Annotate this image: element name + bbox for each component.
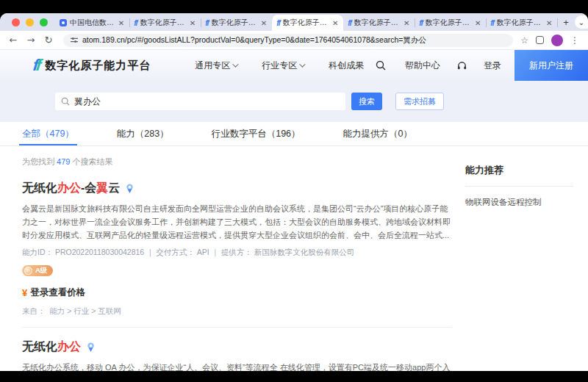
screen: 中国电信数字化原子 ✕ ff 数字化原子能力平台 ✕ ff 数字化原子能力平台 … <box>0 0 588 382</box>
chevron-down-icon <box>232 61 238 67</box>
maximize-window-button[interactable] <box>40 18 48 26</box>
site-title: 数字化原子能力平台 <box>45 59 151 73</box>
browser-tab[interactable]: ff 数字化原子能力平台 ✕ <box>129 15 201 31</box>
result-card: 无纸化办公 无纸化办公系统，移动 OA 办公，为保证企业“人、会议、资料”等流程… <box>22 328 452 371</box>
site-logo[interactable]: ff 数字化原子能力平台 <box>33 56 151 75</box>
tab-title: 数字化原子能力平台 <box>212 18 257 28</box>
browser-tab[interactable]: ff 数字化原子能力平台 ✕ <box>343 15 415 31</box>
site-favicon: ff <box>205 19 208 27</box>
close-tab-icon[interactable]: ✕ <box>260 19 268 27</box>
window-controls[interactable] <box>7 13 55 31</box>
result-title[interactable]: 无纸化办公-会翼云 <box>22 181 120 196</box>
results-column: 为您找到 479 个搜索结果 无纸化办公-会翼云 会翼云是新国脉文旅科技有限公司… <box>22 146 452 371</box>
close-tab-icon[interactable]: ✕ <box>331 19 339 27</box>
sidebar-item-iot-remote-control[interactable]: 物联网设备远程控制 <box>465 197 573 208</box>
browser-tab[interactable]: ff 数字化原子能力平台 ✕ <box>201 15 272 31</box>
tab-title: 数字化原子能力平台 <box>426 18 471 28</box>
price-row: ¥ 登录查看价格 <box>22 286 452 299</box>
results-summary: 为您找到 479 个搜索结果 <box>22 156 452 167</box>
browser-tab[interactable]: 中国电信数字化原子 ✕ <box>55 15 129 31</box>
close-tab-icon[interactable]: ✕ <box>545 19 553 27</box>
main-nav: 通用专区 行业专区 科创成果 <box>195 60 364 72</box>
logo-ff-icon: ff <box>32 56 40 75</box>
browser-toolbar: ← → ↻ atom.189.cn/pc/#/goodsListALL?prod… <box>0 31 588 50</box>
new-tab-button[interactable]: + <box>557 17 575 28</box>
result-title-row: 无纸化办公 <box>22 339 452 355</box>
medal-icon <box>24 267 32 275</box>
site-info-icon[interactable] <box>71 37 78 43</box>
tab-industry-platform[interactable]: 行业数字平台（196） <box>212 122 301 145</box>
search-query-text: 翼办公 <box>74 96 101 108</box>
demand-recruit-button[interactable]: 需求招募 <box>395 93 444 110</box>
site-favicon: ff <box>490 19 493 27</box>
site-favicon: ff <box>419 19 422 27</box>
result-category-tabs: 全部（479） 能力（283） 行业数字平台（196） 能力提供方（0） <box>0 122 588 146</box>
result-meta: 能力ID： PRO20220118030042816 ｜ 交付方式： API ｜… <box>22 248 452 258</box>
tab-title: 数字化原子能力平台 <box>283 18 329 28</box>
close-tab-icon[interactable]: ✕ <box>474 19 481 27</box>
browser-window: 中国电信数字化原子 ✕ ff 数字化原子能力平台 ✕ ff 数字化原子能力平台 … <box>0 13 588 371</box>
browser-tab-bar: 中国电信数字化原子 ✕ ff 数字化原子能力平台 ✕ ff 数字化原子能力平台 … <box>0 13 588 31</box>
tab-all[interactable]: 全部（479） <box>22 122 74 145</box>
result-description: 会翼云是新国脉文旅科技有限公司自主研发面向全网型运营企业的自助会议系统，是集团公… <box>22 202 452 242</box>
login-to-view-price[interactable]: 登录查看价格 <box>30 286 85 299</box>
back-button[interactable]: ← <box>6 35 21 46</box>
capability-pin-icon <box>124 183 135 194</box>
currency-icon: ¥ <box>22 287 27 298</box>
capability-pin-icon <box>85 342 96 353</box>
result-title[interactable]: 无纸化办公 <box>22 339 81 355</box>
close-window-button[interactable] <box>12 18 20 26</box>
divider <box>465 186 573 187</box>
result-description: 无纸化办公系统，移动 OA 办公，为保证企业“人、会议、资料”等流程全 在线化管… <box>22 361 452 371</box>
address-bar[interactable]: atom.189.cn/pc/#/goodsListALL?productVal… <box>63 34 513 47</box>
search-icon[interactable] <box>376 60 386 71</box>
close-tab-icon[interactable]: ✕ <box>118 19 125 27</box>
login-link[interactable]: 登录 <box>484 60 501 72</box>
site-favicon <box>60 19 67 26</box>
result-count: 479 <box>57 157 70 166</box>
profile-avatar[interactable] <box>551 35 563 46</box>
url-text: atom.189.cn/pc/#/goodsListALL?productVal… <box>82 35 426 46</box>
tab-provider[interactable]: 能力提供方（0） <box>343 122 412 145</box>
help-center-link[interactable]: 帮助中心 <box>405 60 440 72</box>
site-favicon: ff <box>134 19 137 27</box>
tab-list-chevron-icon[interactable]: ⌄ <box>575 15 588 29</box>
headset-icon[interactable] <box>456 60 467 71</box>
minimize-window-button[interactable] <box>26 18 34 26</box>
browser-tab[interactable]: ff 数字化原子能力平台 ✕ <box>486 15 557 31</box>
register-button[interactable]: 新用户注册 <box>514 50 588 81</box>
tab-title: 数字化原子能力平台 <box>497 18 542 28</box>
tab-title: 中国电信数字化原子 <box>70 18 115 28</box>
result-card: 无纸化办公-会翼云 会翼云是新国脉文旅科技有限公司自主研发面向全网型运营企业的自… <box>22 169 452 328</box>
result-breadcrumb: 来自： 能力 > 行业 > 互联网 <box>22 306 452 317</box>
site-favicon: ff <box>348 19 351 27</box>
close-tab-icon[interactable]: ✕ <box>403 19 410 27</box>
bookmark-star-icon[interactable]: ☆ <box>520 35 528 46</box>
recommend-sidebar: 能力推荐 物联网设备远程控制 <box>452 146 573 371</box>
tab-capability[interactable]: 能力（283） <box>117 122 169 145</box>
search-button[interactable]: 搜索 <box>351 93 382 110</box>
site-favicon: ff <box>276 19 279 27</box>
search-icon <box>61 97 70 106</box>
browser-menu-icon[interactable]: ⋮ <box>570 35 579 46</box>
tab-title: 数字化原子能力平台 <box>140 18 186 28</box>
forward-button[interactable]: → <box>24 35 38 46</box>
header-right: 帮助中心 登录 新用户注册 <box>376 50 588 81</box>
browser-tab[interactable]: ff 数字化原子能力平台 ✕ <box>415 15 486 31</box>
close-tab-icon[interactable]: ✕ <box>189 19 196 27</box>
browser-tab-active[interactable]: ff 数字化原子能力平台 ✕ <box>272 15 343 31</box>
main-area: 为您找到 479 个搜索结果 无纸化办公-会翼云 会翼云是新国脉文旅科技有限公司… <box>0 146 588 371</box>
search-input[interactable]: 翼办公 <box>55 93 345 110</box>
grade-badge: A级 <box>22 265 53 276</box>
search-section: 翼办公 搜索 需求招募 <box>0 81 588 122</box>
nav-industry-zone[interactable]: 行业专区 <box>262 60 304 72</box>
refresh-button[interactable]: ↻ <box>41 35 56 46</box>
extensions-icon[interactable] <box>536 36 544 44</box>
result-title-row: 无纸化办公-会翼云 <box>22 181 452 196</box>
tab-title: 数字化原子能力平台 <box>354 18 400 28</box>
nav-general-zone[interactable]: 通用专区 <box>195 60 237 72</box>
sidebar-title: 能力推荐 <box>465 164 573 177</box>
page-content: 全部（479） 能力（283） 行业数字平台（196） 能力提供方（0） 为您找… <box>0 122 588 371</box>
toolbar-icons: ☆ ⋮ <box>520 35 582 46</box>
nav-scitech-results[interactable]: 科创成果 <box>329 60 364 72</box>
